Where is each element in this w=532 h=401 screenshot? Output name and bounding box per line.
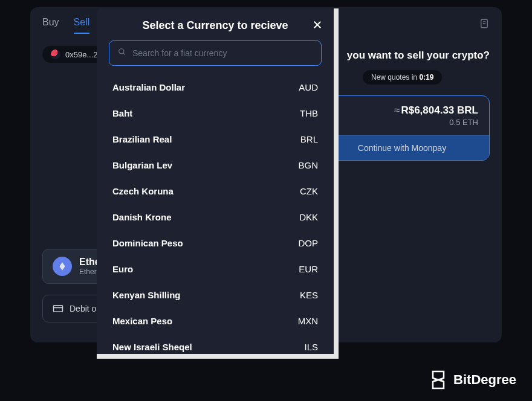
search-input[interactable]: [132, 48, 313, 58]
quote-title: you want to sell your crypto?: [314, 50, 490, 62]
modal-title: Select a Currency to recieve: [142, 19, 288, 32]
card-icon: [53, 304, 63, 313]
quote-sub: 0.5 ETH: [326, 118, 478, 127]
svg-rect-3: [54, 306, 63, 312]
currency-code: BRL: [300, 134, 318, 144]
currency-code: AUD: [299, 82, 318, 92]
quote-card[interactable]: ≈R$6,804.33 BRL 0.5 ETH Continue with Mo…: [314, 95, 490, 161]
currency-list[interactable]: Australian DollarAUDBahtTHBBrazilian Rea…: [97, 74, 334, 359]
currency-item[interactable]: Bulgarian LevBGN: [109, 152, 322, 178]
currency-name: Euro: [112, 264, 133, 274]
currency-name: New Israeli Sheqel: [112, 342, 192, 352]
search-box[interactable]: [109, 40, 322, 66]
close-icon[interactable]: [312, 19, 323, 33]
currency-item[interactable]: Czech KorunaCZK: [109, 178, 322, 204]
quotes-countdown: New quotes in 0:19: [363, 70, 442, 85]
ethereum-icon: [53, 257, 72, 276]
currency-code: DOP: [298, 238, 318, 248]
currency-name: Mexican Peso: [112, 316, 172, 326]
currency-item[interactable]: New Israeli SheqelILS: [109, 334, 322, 359]
payment-label: Debit or: [70, 304, 99, 313]
currency-item[interactable]: Mexican PesoMXN: [109, 308, 322, 334]
currency-modal: Select a Currency to recieve Australian …: [97, 8, 334, 359]
currency-item[interactable]: BahtTHB: [109, 100, 322, 126]
search-icon: [118, 48, 126, 59]
watermark: BitDegree: [429, 370, 516, 390]
currency-code: KES: [300, 290, 318, 300]
currency-name: Brazilian Real: [112, 134, 172, 144]
currency-item[interactable]: EuroEUR: [109, 256, 322, 282]
currency-name: Danish Krone: [112, 212, 172, 222]
tab-buy[interactable]: Buy: [42, 17, 59, 34]
currency-name: Australian Dollar: [112, 82, 185, 92]
currency-item[interactable]: Brazilian RealBRL: [109, 126, 322, 152]
wallet-icon: [51, 50, 60, 59]
currency-code: DKK: [299, 212, 318, 222]
svg-point-10: [119, 49, 124, 54]
currency-code: CZK: [300, 186, 318, 196]
document-icon[interactable]: [479, 18, 490, 31]
quote-panel: you want to sell your crypto? New quotes…: [314, 50, 490, 161]
currency-code: EUR: [299, 264, 318, 274]
currency-name: Kenyan Shilling: [112, 290, 181, 300]
currency-name: Czech Koruna: [112, 186, 174, 196]
currency-name: Bulgarian Lev: [112, 160, 172, 170]
currency-item[interactable]: Dominican PesoDOP: [109, 230, 322, 256]
svg-line-11: [123, 53, 125, 55]
currency-item[interactable]: Australian DollarAUD: [109, 74, 322, 100]
currency-code: THB: [300, 108, 318, 118]
tab-sell[interactable]: Sell: [74, 17, 90, 34]
continue-button[interactable]: Continue with Moonpay: [315, 135, 489, 160]
currency-code: MXN: [298, 316, 318, 326]
quote-amount: ≈R$6,804.33 BRL: [326, 104, 478, 117]
currency-name: Dominican Peso: [112, 238, 183, 248]
currency-item[interactable]: Kenyan ShillingKES: [109, 282, 322, 308]
currency-item[interactable]: Danish KroneDKK: [109, 204, 322, 230]
currency-name: Baht: [112, 108, 132, 118]
currency-code: ILS: [304, 342, 318, 352]
currency-code: BGN: [298, 160, 318, 170]
